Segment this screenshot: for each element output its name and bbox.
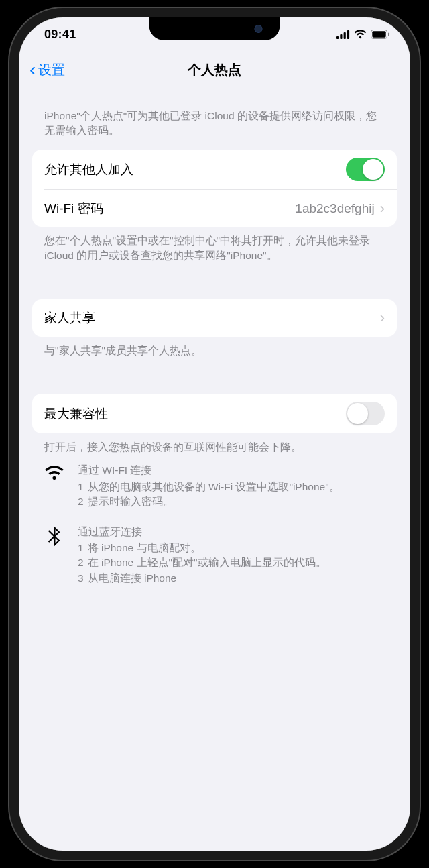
bluetooth-icon [44,525,66,586]
chevron-left-icon: ‹ [29,60,36,79]
svg-rect-2 [344,32,346,39]
row-wifi-password[interactable]: Wi-Fi 密码 1ab2c3defghij › [44,189,397,227]
row-allow-others[interactable]: 允许其他人加入 [32,150,397,189]
bt-step-3: 从电脑连接 iPhone [88,571,177,586]
front-camera [255,25,263,33]
content: iPhone"个人热点"可为其他已登录 iCloud 的设备提供网络访问权限，您… [19,89,410,600]
instruction-bluetooth: 通过蓝牙连接 1将 iPhone 与电脑配对。 2在 iPhone 上轻点"配对… [32,525,397,601]
max-compat-label: 最大兼容性 [44,405,108,423]
allow-footer: 您在"个人热点"设置中或在"控制中心"中将其打开时，允许其他未登录 iCloud… [32,227,397,270]
group-compat: 最大兼容性 [32,394,397,433]
family-footer: 与"家人共享"成员共享个人热点。 [32,337,397,366]
group-family: 家人共享 › [32,299,397,337]
chevron-right-icon: › [380,309,385,327]
family-sharing-label: 家人共享 [44,309,95,327]
allow-others-label: 允许其他人加入 [44,161,133,178]
allow-others-toggle[interactable] [346,158,385,181]
svg-rect-3 [347,30,349,39]
svg-rect-5 [372,31,385,37]
wifi-step-1: 从您的电脑或其他设备的 Wi-Fi 设置中选取"iPhone"。 [88,480,340,494]
intro-text: iPhone"个人热点"可为其他已登录 iCloud 的设备提供网络访问权限，您… [32,89,397,150]
instruction-bt-body: 通过蓝牙连接 1将 iPhone 与电脑配对。 2在 iPhone 上轻点"配对… [78,525,326,586]
compat-footer: 打开后，接入您热点的设备的互联网性能可能会下降。 [32,433,397,463]
status-indicators [336,30,390,39]
group-main: 允许其他人加入 Wi-Fi 密码 1ab2c3defghij › [32,150,397,227]
wifi-password-label: Wi-Fi 密码 [44,200,103,217]
svg-rect-6 [388,33,389,36]
instruction-wifi-body: 通过 WI-FI 连接 1从您的电脑或其他设备的 Wi-Fi 设置中选取"iPh… [78,463,340,509]
back-button[interactable]: ‹ 设置 [29,60,65,79]
phone-frame: 09:41 ‹ 设置 个人热点 iPhone"个人热点"可为其他已登录 iClo… [9,8,420,860]
row-max-compat[interactable]: 最大兼容性 [32,394,397,433]
chevron-right-icon: › [380,200,385,217]
navigation-bar: ‹ 设置 个人热点 [19,51,410,89]
screen: 09:41 ‹ 设置 个人热点 iPhone"个人热点"可为其他已登录 iClo… [19,17,410,851]
svg-rect-1 [340,34,342,39]
wifi-instruction-title: 通过 WI-FI 连接 [78,463,340,478]
bt-step-2: 在 iPhone 上轻点"配对"或输入电脑上显示的代码。 [88,555,326,570]
max-compat-toggle[interactable] [346,402,385,425]
wifi-large-icon [44,463,66,509]
cellular-icon [336,30,350,39]
notch [149,17,280,40]
page-title: 个人热点 [188,61,241,79]
bt-step-1: 将 iPhone 与电脑配对。 [88,541,201,555]
status-time: 09:41 [44,28,76,42]
svg-rect-0 [336,36,339,39]
wifi-icon [354,30,367,39]
battery-icon [371,30,390,39]
instruction-wifi: 通过 WI-FI 连接 1从您的电脑或其他设备的 Wi-Fi 设置中选取"iPh… [32,463,397,524]
back-label: 设置 [38,61,65,79]
wifi-step-2: 提示时输入密码。 [88,494,174,509]
bt-instruction-title: 通过蓝牙连接 [78,525,326,539]
wifi-password-value: 1ab2c3defghij [295,201,374,216]
row-family-sharing[interactable]: 家人共享 › [32,299,397,337]
